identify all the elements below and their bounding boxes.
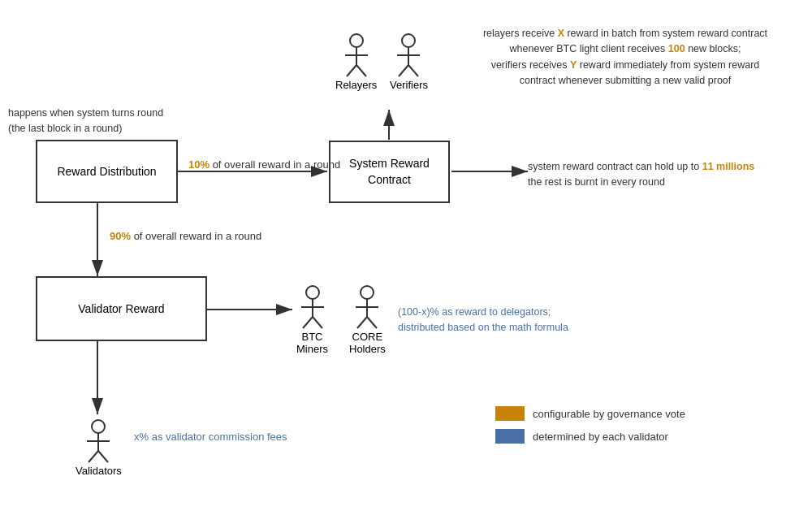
verifiers-figure <box>394 32 423 77</box>
svg-line-15 <box>399 65 408 76</box>
svg-line-26 <box>367 317 377 328</box>
system-reward-desc: system reward contract can hold up to 11… <box>528 159 788 191</box>
svg-line-11 <box>356 65 366 76</box>
relayers-figure <box>342 32 371 77</box>
btc-miners-figure <box>298 284 327 329</box>
ninety-percent-label: 90% of overall reward in a round <box>110 230 261 242</box>
svg-line-16 <box>408 65 418 76</box>
validators-figure <box>84 418 113 463</box>
delegators-desc: (100-x)% as reward to delegators;distrib… <box>398 305 641 336</box>
svg-line-20 <box>303 317 313 328</box>
validator-swatch <box>495 429 525 444</box>
svg-line-25 <box>357 317 367 328</box>
relayer-verifier-desc: relayers receive X reward in batch from … <box>459 26 792 89</box>
svg-point-7 <box>350 34 363 47</box>
legend: configurable by governance vote determin… <box>495 406 685 452</box>
relayers-person: Relayers <box>335 32 377 91</box>
diagram: Reward Distribution System Reward Contra… <box>0 0 812 524</box>
ten-percent-label: 10% of overall reward in a round <box>188 158 340 171</box>
reward-distribution-box: Reward Distribution <box>36 140 178 203</box>
svg-line-10 <box>347 65 356 76</box>
system-reward-contract-box: System Reward Contract <box>329 141 450 203</box>
svg-point-27 <box>92 420 105 433</box>
governance-swatch <box>495 406 525 421</box>
validators-person: Validators <box>76 418 122 477</box>
svg-line-30 <box>89 451 98 462</box>
validator-commission-label: x% as validator commission fees <box>134 431 287 443</box>
svg-point-17 <box>306 286 319 299</box>
svg-line-31 <box>98 451 108 462</box>
svg-line-21 <box>313 317 322 328</box>
svg-point-22 <box>361 286 374 299</box>
core-holders-figure <box>352 284 382 329</box>
verifiers-person: Verifiers <box>390 32 428 91</box>
svg-point-12 <box>402 34 415 47</box>
validator-reward-box: Validator Reward <box>36 276 207 341</box>
btc-miners-person: BTC Miners <box>296 284 328 355</box>
legend-validator: determined by each validator <box>495 429 685 444</box>
legend-governance: configurable by governance vote <box>495 406 685 421</box>
happens-when-label: happens when system turns round(the last… <box>8 106 163 136</box>
core-holders-person: CORE Holders <box>349 284 386 355</box>
